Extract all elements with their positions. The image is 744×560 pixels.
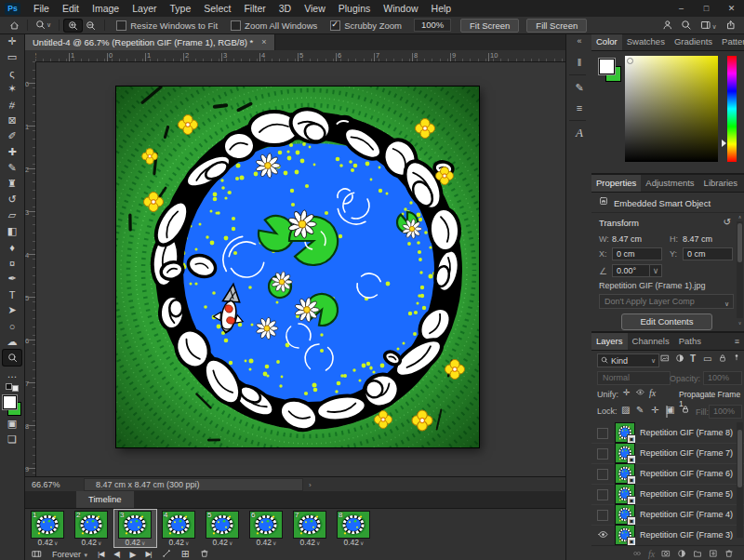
tab-patterns[interactable]: Patterns (717, 33, 744, 50)
duration-chevron-icon[interactable]: ∨ (272, 540, 276, 546)
tool-move[interactable]: ✛ (3, 33, 21, 49)
tool-gradient[interactable]: ◧ (3, 223, 21, 239)
layer-thumbnail[interactable]: ▣ (616, 505, 634, 524)
color-gradient-field[interactable] (625, 56, 718, 162)
swap-colors-icon[interactable] (6, 383, 19, 392)
tool-eyedropper[interactable]: ✐ (3, 128, 21, 144)
filter-adjustment-layers-icon[interactable] (675, 353, 684, 364)
tool-pen[interactable]: ✒ (3, 271, 21, 287)
tool-wand[interactable]: ✶ (3, 81, 21, 97)
scroll-up-icon[interactable]: ∧ (737, 214, 743, 220)
tool-crop[interactable]: # (2, 96, 22, 114)
duration-chevron-icon[interactable]: ∨ (54, 540, 58, 546)
frame-duration[interactable]: 0.42∨ (332, 538, 376, 547)
checkbox-icon[interactable] (231, 20, 241, 31)
tween-icon[interactable] (162, 549, 171, 559)
tab-adjustments[interactable]: Adjustments (641, 175, 698, 192)
layer-row[interactable]: ▣Repetition GIF (Frame 3) (591, 525, 744, 546)
account-icon[interactable] (662, 20, 673, 32)
search-icon[interactable] (681, 20, 692, 32)
menu-item-3d[interactable]: 3D (272, 0, 298, 17)
tool-stamp[interactable]: ♜ (3, 176, 21, 192)
menu-item-image[interactable]: Image (86, 0, 126, 17)
color-marker[interactable] (627, 58, 633, 64)
tool-eraser[interactable]: ▱ (3, 207, 21, 223)
clone-source-icon[interactable]: ≡ (569, 99, 590, 117)
visibility-toggle[interactable] (597, 510, 608, 521)
tool-zoom[interactable] (3, 350, 21, 366)
visibility-toggle[interactable] (597, 448, 608, 460)
layer-row[interactable]: ▣Repetition GIF (Frame 5) (591, 484, 744, 505)
lock-image-icon[interactable]: ✎ (636, 405, 644, 415)
timeline-frame-6[interactable]: 60.42∨ (245, 509, 288, 548)
layer-thumbnail[interactable]: ▣ (616, 444, 634, 462)
tool-marquee[interactable]: ▭ (3, 49, 21, 65)
document-tab[interactable]: Untitled-4 @ 66.7% (Repetition GIF (Fram… (24, 33, 275, 50)
layer-thumbnail[interactable]: ▣ (616, 423, 634, 442)
frame-duration[interactable]: 0.42∨ (26, 538, 70, 547)
screen-mode-icon[interactable]: ❏ (3, 432, 21, 447)
tool-healing[interactable]: ✚ (3, 144, 21, 160)
layer-row[interactable]: ▣Repetition GIF (Frame 7) (591, 443, 744, 464)
timeline-frame-5[interactable]: 50.42∨ (201, 509, 245, 548)
unify-style-icon[interactable]: fx (649, 388, 656, 398)
tool-brush[interactable]: ✎ (3, 160, 21, 176)
tab-swatches[interactable]: Swatches (622, 33, 670, 50)
unify-position-icon[interactable]: ✛ (623, 388, 631, 397)
photoshop-logo[interactable]: Ps (5, 3, 20, 15)
option-checkbox-0[interactable]: Resize Windows to Fit (116, 20, 218, 31)
menu-item-filter[interactable]: Filter (237, 0, 272, 17)
reset-transform-icon[interactable]: ↺ (724, 217, 731, 227)
status-zoom-level[interactable]: 66.67% (24, 480, 84, 489)
timeline-frame-7[interactable]: 70.42∨ (288, 509, 332, 548)
tool-hand[interactable]: ☁ (3, 334, 21, 350)
minimize-button[interactable]: – (669, 0, 694, 17)
character-icon[interactable]: A (569, 124, 590, 142)
layer-row[interactable]: ▣Repetition GIF (Frame 8) (591, 422, 744, 444)
duration-chevron-icon[interactable]: ∨ (360, 540, 364, 546)
layers-scrollbar[interactable] (737, 422, 743, 538)
frame-duration[interactable]: 0.42∨ (157, 538, 201, 547)
frame-duration[interactable]: 0.42∨ (245, 538, 288, 547)
layer-thumbnail[interactable]: ▣ (616, 526, 634, 544)
zoom-in-button[interactable] (64, 20, 82, 32)
fill-screen-button[interactable]: Fill Screen (526, 19, 587, 33)
tool-shape[interactable]: ○ (3, 318, 21, 334)
panel-menu-icon[interactable]: ≡ (730, 333, 744, 350)
delete-frame-icon[interactable] (200, 549, 209, 559)
tab-color[interactable]: Color (591, 33, 622, 50)
lock-artboard-icon[interactable]: ▣ (666, 405, 674, 415)
frame-duration[interactable]: 0.42∨ (201, 538, 245, 547)
workspace-icon[interactable]: ∨ (700, 20, 717, 32)
option-checkbox-2[interactable]: Scrubby Zoom (330, 20, 402, 31)
link-layers-icon[interactable] (632, 549, 642, 559)
filter-smart-objects-icon[interactable] (718, 353, 727, 364)
angle-field[interactable]: 0.00° (612, 264, 653, 277)
layer-row[interactable]: ▣Repetition GIF (Frame 6) (591, 463, 744, 485)
menu-item-type[interactable]: Type (163, 0, 197, 17)
tab-channels[interactable]: Channels (628, 333, 674, 350)
previous-frame-button[interactable]: ◀| (113, 550, 119, 558)
new-group-icon[interactable] (693, 549, 702, 559)
lock-all-icon[interactable] (681, 405, 690, 415)
zoom-percentage-field[interactable]: 100% (414, 19, 451, 32)
tab-paths[interactable]: Paths (674, 333, 706, 350)
hue-strip[interactable] (727, 56, 737, 162)
convert-timeline-icon[interactable] (32, 549, 42, 560)
maximize-button[interactable]: □ (694, 0, 719, 17)
opacity-field[interactable]: 100% (703, 371, 742, 385)
duplicate-frame-icon[interactable]: ⊞ (181, 548, 190, 560)
scroll-down-icon[interactable]: ∨ (737, 320, 743, 326)
layer-row[interactable]: ▣Repetition GIF (Frame 4) (591, 504, 744, 526)
tool-frame[interactable]: ⊠ (3, 113, 21, 128)
add-adjustment-icon[interactable] (677, 549, 686, 559)
angle-dropdown[interactable]: ∨ (649, 264, 662, 277)
filter-type-layers-icon[interactable]: T (690, 353, 696, 364)
option-checkbox-1[interactable]: Zoom All Windows (231, 20, 317, 31)
properties-scrollbar[interactable] (737, 221, 743, 318)
layer-thumbnail[interactable]: ▣ (616, 485, 634, 503)
lock-position-icon[interactable]: ✛ (651, 405, 658, 415)
duration-chevron-icon[interactable]: ∨ (229, 540, 232, 546)
lock-transparent-icon[interactable]: ▨ (621, 405, 630, 415)
unify-visibility-icon[interactable] (636, 388, 644, 397)
